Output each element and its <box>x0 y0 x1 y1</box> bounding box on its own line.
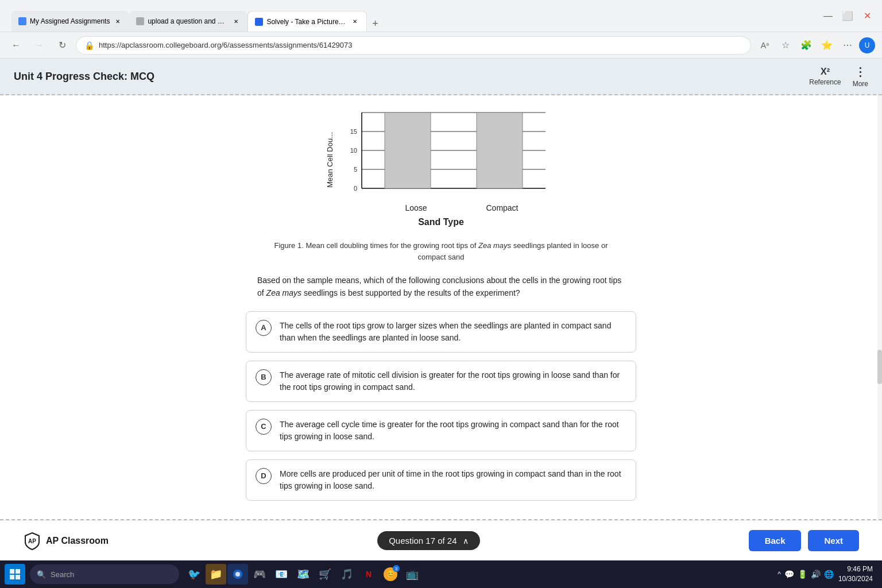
new-tab-button[interactable]: + <box>367 16 383 32</box>
question-indicator-text: Question 17 of 24 <box>389 536 457 546</box>
minimize-button[interactable]: — <box>820 8 836 24</box>
x-axis-labels: Loose Compact <box>339 203 557 212</box>
choice-d-letter: D <box>256 468 272 484</box>
svg-rect-14 <box>16 569 20 574</box>
answer-choices: A The cells of the root tips grow to lar… <box>246 311 636 501</box>
more-button[interactable]: ⋮ More <box>853 65 868 88</box>
tab-2-close[interactable]: ✕ <box>231 17 241 26</box>
choice-b[interactable]: B The average rate of mitotic cell divis… <box>246 361 636 402</box>
profile-button[interactable]: ⭐ <box>818 36 836 55</box>
ap-classroom-logo: AP AP Classroom <box>23 532 109 550</box>
user-profile-icon[interactable]: U <box>859 37 875 53</box>
reference-label: Reference <box>809 78 841 86</box>
app-header: Unit 4 Progress Check: MCQ X² Reference … <box>0 59 882 95</box>
svg-text:0: 0 <box>353 185 357 192</box>
maximize-button[interactable]: ⬜ <box>840 8 856 24</box>
close-button[interactable]: ✕ <box>859 8 875 24</box>
page-title: Unit 4 Progress Check: MCQ <box>14 71 154 83</box>
address-bar[interactable]: 🔒 https://apclassroom.collegeboard.org/6… <box>76 36 751 55</box>
figure-caption: Figure 1. Mean cell doubling times for t… <box>269 240 613 262</box>
back-button[interactable]: Back <box>749 530 802 551</box>
question-indicator[interactable]: Question 17 of 24 ∧ <box>377 531 479 550</box>
choice-b-letter: B <box>256 369 272 385</box>
scrollbar-track <box>877 95 882 519</box>
choice-d[interactable]: D More cells are produced per unit of ti… <box>246 459 636 501</box>
taskbar-icon-tv[interactable]: 📺 <box>402 564 423 585</box>
header-actions: X² Reference ⋮ More <box>809 65 868 88</box>
reference-icon: X² <box>821 67 830 77</box>
reload-button[interactable]: ↻ <box>53 36 71 55</box>
taskbar-icon-store[interactable]: 🛒 <box>315 564 335 585</box>
system-tray: ^ 💬 🔋 🔊 🌐 <box>777 570 834 579</box>
svg-point-18 <box>235 572 240 577</box>
back-nav-button[interactable]: ← <box>7 36 25 55</box>
read-aloud-button[interactable]: Aᵃ <box>756 36 774 55</box>
choice-c-letter: C <box>256 419 272 435</box>
svg-rect-13 <box>10 569 14 574</box>
systray-battery[interactable]: 🔋 <box>798 570 807 579</box>
settings-menu-button[interactable]: ⋯ <box>838 36 857 55</box>
chart-container: Mean Cell Dou... 0 5 10 15 <box>11 95 871 233</box>
taskbar-clock[interactable]: 9:46 PM 10/30/2024 <box>838 564 873 584</box>
chart-area: Mean Cell Dou... 0 5 10 15 <box>326 107 557 212</box>
tab-3-close[interactable]: ✕ <box>350 17 359 26</box>
extension-button[interactable]: 🧩 <box>797 36 815 55</box>
taskbar-icon-email[interactable]: 📧 <box>271 564 292 585</box>
taskbar-icon-netflix[interactable]: N <box>358 564 379 585</box>
svg-rect-10 <box>385 113 431 188</box>
systray-chevron[interactable]: ^ <box>777 570 781 578</box>
tab-1[interactable]: My Assigned Assignments ✕ <box>11 11 129 32</box>
tab-2[interactable]: upload a question and answer fo... ✕ <box>129 11 247 32</box>
choice-c[interactable]: C The average cell cycle time is greater… <box>246 410 636 451</box>
svg-rect-16 <box>16 575 20 579</box>
tab-3-label: Solvely - Take a Picture Math Sol... <box>266 18 347 26</box>
clock-date: 10/30/2024 <box>838 574 873 584</box>
taskbar-icon-file[interactable]: 📁 <box>206 564 226 585</box>
systray-network[interactable]: 🌐 <box>824 570 834 579</box>
browser-action-buttons: Aᵃ ☆ 🧩 ⭐ ⋯ U <box>756 36 875 55</box>
tab-list: My Assigned Assignments ✕ upload a quest… <box>11 0 815 32</box>
favorite-button[interactable]: ☆ <box>776 36 795 55</box>
svg-text:5: 5 <box>353 166 357 173</box>
badge-3: 3 <box>393 565 400 572</box>
address-bar-row: ← → ↻ 🔒 https://apclassroom.collegeboard… <box>0 32 882 59</box>
choice-a-text: The cells of the root tips grow to large… <box>280 320 626 344</box>
taskbar-search-label: Search <box>51 570 74 579</box>
taskbar-search[interactable]: 🔍 Search <box>30 564 179 584</box>
reference-button[interactable]: X² Reference <box>809 67 841 86</box>
svg-text:10: 10 <box>350 147 357 154</box>
next-button[interactable]: Next <box>808 530 859 551</box>
more-label: More <box>853 80 868 88</box>
taskbar-icon-bird[interactable]: 🐦 <box>184 564 204 585</box>
start-button[interactable] <box>5 564 25 585</box>
lock-icon: 🔒 <box>84 41 94 50</box>
taskbar-icon-game[interactable]: 🎮 <box>249 564 270 585</box>
forward-nav-button[interactable]: → <box>30 36 48 55</box>
choice-a-letter: A <box>256 320 272 336</box>
tab-3-favicon <box>255 18 263 26</box>
taskbar: 🔍 Search 🐦 📁 🎮 📧 🗺️ 🛒 🎵 N 😊 3 📺 ^ 💬 🔋 🔊 … <box>0 560 882 588</box>
taskbar-icon-browser[interactable] <box>227 564 248 585</box>
x-axis-title: Sand Type <box>418 217 464 227</box>
choice-d-text: More cells are produced per unit of time… <box>280 468 626 492</box>
taskbar-icon-maps[interactable]: 🗺️ <box>293 564 314 585</box>
tab-1-label: My Assigned Assignments <box>30 17 110 25</box>
choice-b-text: The average rate of mitotic cell divisio… <box>280 369 626 393</box>
systray-volume[interactable]: 🔊 <box>811 570 821 579</box>
tab-1-close[interactable]: ✕ <box>113 17 122 26</box>
search-icon: 🔍 <box>37 570 46 579</box>
svg-rect-11 <box>477 113 523 188</box>
svg-rect-15 <box>10 575 14 579</box>
question-text: Based on the sample means, which of the … <box>257 274 625 300</box>
taskbar-icon-music[interactable]: 🎵 <box>336 564 357 585</box>
choice-a[interactable]: A The cells of the root tips grow to lar… <box>246 311 636 353</box>
systray-msg[interactable]: 💬 <box>784 570 794 579</box>
scrollbar-thumb[interactable] <box>877 350 882 384</box>
tab-2-label: upload a question and answer fo... <box>148 17 228 25</box>
x-label-loose: Loose <box>388 203 445 212</box>
taskbar-right: ^ 💬 🔋 🔊 🌐 9:46 PM 10/30/2024 <box>777 564 877 584</box>
more-icon: ⋮ <box>854 65 866 79</box>
tab-3[interactable]: Solvely - Take a Picture Math Sol... ✕ <box>247 11 367 32</box>
taskbar-icon-face[interactable]: 😊 3 <box>380 564 401 585</box>
browser-tab-bar: My Assigned Assignments ✕ upload a quest… <box>0 0 882 32</box>
